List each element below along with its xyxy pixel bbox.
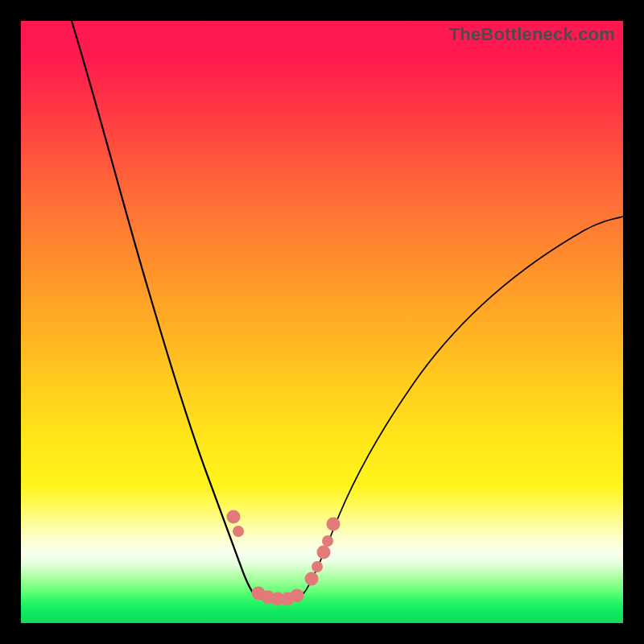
curve-left [72,21,256,597]
chart-svg [21,21,623,623]
dot [312,561,323,572]
dot [327,518,341,531]
plot-area: TheBottleneck.com [21,21,623,623]
dot [317,546,331,559]
dot [305,572,319,586]
dot [233,526,244,537]
chart-frame: TheBottleneck.com [0,0,644,644]
dots-group [227,510,341,606]
dot [322,535,333,547]
watermark-text: TheBottleneck.com [449,24,615,45]
dot [291,589,304,603]
curve-right [304,217,623,592]
dot [227,510,241,524]
